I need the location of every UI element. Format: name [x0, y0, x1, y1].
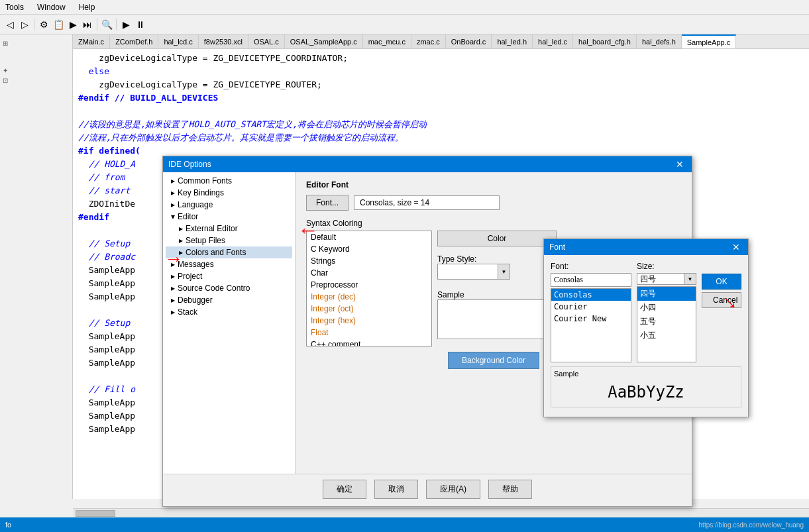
- font-button[interactable]: Font...: [306, 195, 349, 211]
- tab-hallcd[interactable]: hal_lcd.c: [158, 34, 198, 48]
- ide-options-title: IDE Options: [168, 160, 211, 169]
- tree-common-fonts[interactable]: ▸ Common Fonts: [166, 175, 292, 187]
- tree-external-editor[interactable]: ▸ External Editor: [166, 223, 292, 235]
- tab-sampleapp[interactable]: SampleApp.c: [682, 34, 736, 48]
- syntax-item-int-oct[interactable]: Integer (oct): [307, 303, 431, 315]
- tree-editor[interactable]: ▾ Editor: [166, 211, 292, 223]
- size-dropdown-btn[interactable]: ▼: [684, 274, 696, 284]
- tab-haldefs[interactable]: hal_defs.h: [637, 34, 682, 48]
- toolbar-btn-3[interactable]: ⚙: [36, 17, 51, 32]
- tab-onboard[interactable]: OnBoard.c: [446, 34, 492, 48]
- syntax-item-int-dec[interactable]: Integer (dec): [307, 291, 431, 303]
- font-display: Consolas, size = 14: [354, 195, 500, 210]
- left-panel-icons: ⊞ ✦ ⊡: [0, 34, 72, 87]
- tree-source-code[interactable]: ▸ Source Code Contro: [166, 282, 292, 294]
- toolbar-btn-7[interactable]: 🔍: [99, 17, 114, 32]
- status-right: https://blog.csdn.com/welow_huang: [699, 521, 804, 529]
- ide-options-footer: 确定 取消 应用(A) 帮助: [163, 474, 692, 504]
- syntax-item-strings[interactable]: Strings: [307, 255, 431, 267]
- toolbar-sep-1: [34, 19, 34, 30]
- syntax-item-float[interactable]: Float: [307, 327, 431, 339]
- syntax-item-default[interactable]: Default: [307, 231, 431, 243]
- background-color-button[interactable]: Background Color: [448, 352, 539, 369]
- toolbar-btn-8[interactable]: ▶: [119, 17, 133, 32]
- h-scrollbar[interactable]: [73, 508, 809, 517]
- tab-zmac[interactable]: zmac.c: [411, 34, 446, 48]
- size-list-item-4[interactable]: 四号: [637, 287, 696, 301]
- tree-project[interactable]: ▸ Project: [166, 270, 292, 282]
- ide-options-titlebar: IDE Options ✕: [163, 156, 692, 172]
- tree-key-bindings[interactable]: ▸ Key Bindings: [166, 187, 292, 199]
- font-col-btn: OK Cancel: [702, 262, 741, 362]
- ide-options-cancel-btn[interactable]: 取消: [374, 480, 418, 499]
- size-listbox[interactable]: 四号 小四 五号 小五: [637, 286, 696, 362]
- font-list-item-couriernew[interactable]: Courier New: [551, 313, 631, 325]
- size-input[interactable]: [637, 274, 684, 284]
- tree-messages[interactable]: ▸ Messages: [166, 258, 292, 270]
- tab-halledc[interactable]: hal_led.c: [533, 34, 573, 48]
- tree-label-stack: Stack: [178, 307, 197, 317]
- toolbar-btn-9[interactable]: ⏸: [133, 17, 148, 32]
- tree-debugger[interactable]: ▸ Debugger: [166, 294, 292, 306]
- toolbar-btn-4[interactable]: 📋: [51, 17, 66, 32]
- font-dialog-close-btn[interactable]: ✕: [729, 242, 743, 252]
- font-list-item-consolas[interactable]: Consolas: [551, 289, 631, 301]
- syntax-coloring-label: Syntax Coloring: [306, 219, 681, 228]
- font-dialog-title: Font: [549, 242, 565, 252]
- syntax-item-ckeyword[interactable]: C Keyword: [307, 243, 431, 255]
- syntax-item-char[interactable]: Char: [307, 267, 431, 279]
- type-style-input[interactable]: [438, 264, 498, 279]
- tree-label-source-code: Source Code Contro: [178, 284, 250, 293]
- size-field-label: Size:: [637, 262, 696, 271]
- size-list-item-s5[interactable]: 小五: [637, 329, 696, 343]
- type-style-dropdown-btn[interactable]: ▼: [498, 264, 510, 279]
- font-listbox[interactable]: Consolas Courier Courier New: [551, 288, 631, 362]
- tab-zmain[interactable]: ZMain.c: [73, 34, 110, 48]
- editor-font-section-title: Editor Font: [306, 180, 681, 189]
- tree-label-key-bindings: Key Bindings: [178, 188, 224, 197]
- type-style-combobox[interactable]: ▼: [437, 264, 510, 280]
- tree-label-language: Language: [178, 200, 213, 209]
- ide-options-close-btn[interactable]: ✕: [673, 159, 686, 170]
- type-style-label: Type Style:: [437, 254, 557, 264]
- ide-options-apply-btn[interactable]: 应用(A): [426, 480, 480, 499]
- tree-setup-files[interactable]: ▸ Setup Files: [166, 235, 292, 246]
- tree-bullet-4: ▾: [171, 212, 175, 221]
- toolbar-btn-2[interactable]: ▷: [17, 17, 32, 32]
- tab-osalsample[interactable]: OSAL_SampleApp.c: [285, 34, 363, 48]
- tab-halledh[interactable]: hal_led.h: [492, 34, 533, 48]
- status-bar: fo https://blog.csdn.com/welow_huang: [0, 517, 809, 532]
- size-list-item-s4[interactable]: 小四: [637, 301, 696, 315]
- syntax-item-preprocessor[interactable]: Preprocessor: [307, 279, 431, 291]
- toolbar-btn-1[interactable]: ◁: [3, 17, 17, 32]
- menu-window[interactable]: Window: [34, 1, 68, 13]
- menu-tools[interactable]: Tools: [3, 1, 27, 13]
- tab-f8w[interactable]: f8w2530.xcl: [199, 34, 248, 48]
- tree-colors-fonts[interactable]: ▸ Colors and Fonts: [166, 246, 292, 258]
- color-button[interactable]: Color: [437, 231, 557, 246]
- toolbar-btn-6[interactable]: ⏭: [80, 17, 95, 32]
- tree-stack[interactable]: ▸ Stack: [166, 306, 292, 318]
- ide-options-ok-btn[interactable]: 确定: [323, 480, 366, 499]
- font-dialog-titlebar: Font ✕: [544, 239, 748, 255]
- font-list-item-courier[interactable]: Courier: [551, 301, 631, 313]
- syntax-item-int-hex[interactable]: Integer (hex): [307, 315, 431, 327]
- tree-language[interactable]: ▸ Language: [166, 199, 292, 211]
- syntax-item-cpp-comment[interactable]: C++ comment: [307, 339, 431, 346]
- menu-help[interactable]: Help: [76, 1, 98, 13]
- size-combobox[interactable]: ▼: [637, 273, 696, 285]
- size-list-item-5[interactable]: 五号: [637, 315, 696, 329]
- font-input[interactable]: [551, 273, 631, 287]
- tab-osal[interactable]: OSAL.c: [248, 34, 285, 48]
- tree-label-messages: Messages: [178, 260, 214, 269]
- sample-label: Sample: [437, 290, 557, 299]
- tab-zcomdef[interactable]: ZComDef.h: [110, 34, 158, 48]
- tab-halboard[interactable]: hal_board_cfg.h: [573, 34, 637, 48]
- font-ok-btn[interactable]: OK: [702, 274, 741, 290]
- toolbar-btn-5[interactable]: ▶: [66, 17, 80, 32]
- tab-macmcu[interactable]: mac_mcu.c: [363, 34, 411, 48]
- font-cancel-btn[interactable]: Cancel: [702, 292, 741, 308]
- syntax-list[interactable]: Default C Keyword Strings Char Preproces…: [306, 231, 432, 346]
- ide-options-help-btn[interactable]: 帮助: [488, 480, 532, 499]
- tree-bullet-6: ▸: [179, 236, 183, 245]
